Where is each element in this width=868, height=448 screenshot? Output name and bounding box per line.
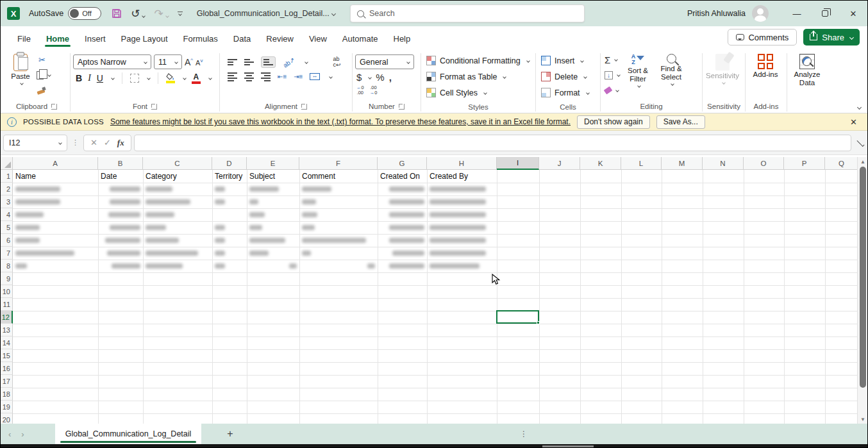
row-header-6[interactable]: 6 (1, 234, 13, 247)
share-button[interactable]: Share (803, 29, 860, 46)
column-header-I[interactable]: I (497, 157, 539, 170)
align-left-icon[interactable] (228, 72, 237, 81)
tab-page-layout[interactable]: Page Layout (113, 28, 176, 48)
column-header-H[interactable]: H (427, 157, 497, 170)
font-family-select[interactable]: Aptos Narrow (73, 54, 151, 69)
row-header-15[interactable]: 15 (1, 349, 13, 362)
undo-button[interactable]: ↺ (131, 7, 145, 21)
enter-icon[interactable]: ✓ (104, 138, 111, 147)
addins-button[interactable]: Add-ins (748, 52, 783, 79)
cells-delete-button[interactable]: Delete (538, 69, 589, 85)
copy-icon[interactable] (37, 71, 44, 79)
column-header-A[interactable]: A (13, 157, 98, 170)
save-icon[interactable] (112, 8, 122, 19)
cell-H1[interactable]: Created By (428, 170, 497, 183)
cut-icon[interactable]: ✂ (37, 54, 47, 65)
paste-button[interactable]: Paste (6, 52, 35, 85)
bottom-align-icon[interactable] (263, 59, 273, 65)
cell-A1[interactable]: Name (13, 170, 98, 183)
merge-center-icon[interactable] (310, 73, 320, 80)
column-header-O[interactable]: O (744, 157, 784, 170)
sheet-nav-next-icon[interactable]: › (19, 429, 26, 439)
column-header-J[interactable]: J (539, 157, 580, 170)
fill-icon[interactable]: ↓ (605, 71, 613, 79)
insert-function-icon[interactable]: fx (117, 138, 124, 148)
row-header-1[interactable]: 1 (1, 170, 13, 183)
clear-icon[interactable] (604, 87, 613, 95)
number-format-select[interactable]: General (355, 54, 414, 69)
row-header-3[interactable]: 3 (1, 195, 13, 208)
styles-format-as-table-button[interactable]: Format as Table (424, 69, 508, 85)
cell-G1[interactable]: Created On (378, 170, 427, 183)
styles-cell-styles-button[interactable]: Cell Styles (424, 85, 489, 101)
row-header-5[interactable]: 5 (1, 221, 13, 234)
tab-data[interactable]: Data (226, 28, 258, 48)
sheet-canvas[interactable]: ABCDEFGHIJKLMNOPQ12345678910111213141516… (1, 157, 858, 424)
close-button[interactable]: ✕ (839, 1, 867, 26)
column-header-P[interactable]: P (784, 157, 825, 170)
formula-input[interactable] (134, 135, 851, 151)
borders-icon[interactable] (130, 74, 139, 83)
save-as-button[interactable]: Save As... (656, 115, 705, 129)
tab-formulas[interactable]: Formulas (176, 28, 226, 48)
fill-color-icon[interactable] (166, 73, 175, 83)
font-color-icon[interactable]: A (192, 73, 201, 84)
row-header-9[interactable]: 9 (1, 272, 13, 285)
tab-insert[interactable]: Insert (77, 28, 113, 48)
cells-format-button[interactable]: Format (538, 85, 592, 101)
customize-quick-access-icon[interactable] (178, 12, 183, 15)
cell-B1[interactable]: Date (99, 170, 143, 183)
selected-cell-I12[interactable] (496, 310, 539, 324)
italic-button[interactable]: I (88, 73, 91, 83)
wrap-text-icon[interactable]: abc↩ (333, 56, 341, 68)
select-all-corner[interactable] (1, 157, 13, 170)
underline-button[interactable]: U (97, 73, 103, 83)
increase-indent-icon[interactable]: ⇥≡ (294, 73, 303, 80)
column-header-M[interactable]: M (662, 157, 703, 170)
vertical-scrollbar[interactable]: ▲ ▼ (857, 157, 867, 424)
autosum-icon[interactable]: Σ (605, 54, 610, 65)
sort-filter-button[interactable]: AZ Sort & Filter (621, 52, 655, 87)
orientation-icon[interactable]: ab↗ (282, 56, 296, 69)
row-header-13[interactable]: 13 (1, 324, 13, 336)
cell-E1[interactable]: Subject (247, 170, 299, 183)
warning-close-icon[interactable]: ✕ (850, 117, 861, 127)
percent-icon[interactable]: % (376, 72, 384, 83)
tab-file[interactable]: File (10, 28, 38, 48)
row-header-17[interactable]: 17 (1, 375, 13, 388)
column-header-D[interactable]: D (212, 157, 247, 170)
name-box[interactable]: I12 (3, 135, 67, 151)
column-header-B[interactable]: B (98, 157, 143, 170)
scroll-up-icon[interactable]: ▲ (858, 157, 868, 166)
tab-help[interactable]: Help (386, 28, 419, 48)
align-center-icon[interactable] (244, 72, 254, 81)
row-header-11[interactable]: 11 (1, 298, 13, 311)
row-header-4[interactable]: 4 (1, 208, 13, 221)
autosave-toggle[interactable]: Off (68, 7, 101, 20)
row-header-7[interactable]: 7 (1, 247, 13, 260)
row-header-14[interactable]: 14 (1, 336, 13, 349)
row-header-8[interactable]: 8 (1, 260, 13, 272)
increase-font-icon[interactable]: A^ (185, 57, 193, 67)
cell-F1[interactable]: Comment (300, 170, 378, 183)
decrease-indent-icon[interactable]: ⇤≡ (278, 73, 287, 80)
column-header-C[interactable]: C (143, 157, 212, 170)
column-header-L[interactable]: L (621, 157, 662, 170)
cells-insert-button[interactable]: Insert (538, 53, 586, 69)
number-dialog-launcher[interactable] (399, 104, 405, 110)
cell-C1[interactable]: Category (144, 170, 212, 183)
redo-button[interactable]: ↷ (154, 7, 168, 21)
decrease-font-icon[interactable]: Av (196, 58, 203, 67)
alignment-dialog-launcher[interactable] (301, 104, 307, 110)
search-input[interactable]: Search (350, 4, 585, 22)
tab-home[interactable]: Home (38, 28, 77, 48)
row-header-2[interactable]: 2 (1, 183, 13, 195)
fill-handle[interactable] (537, 321, 540, 324)
avatar[interactable] (752, 5, 769, 22)
column-header-F[interactable]: F (299, 157, 378, 170)
collapse-ribbon-icon[interactable] (857, 105, 862, 110)
column-header-K[interactable]: K (580, 157, 621, 170)
font-size-select[interactable]: 11 (154, 54, 182, 69)
analyze-data-button[interactable]: Analyze Data (790, 52, 824, 87)
font-dialog-launcher[interactable] (151, 104, 157, 110)
